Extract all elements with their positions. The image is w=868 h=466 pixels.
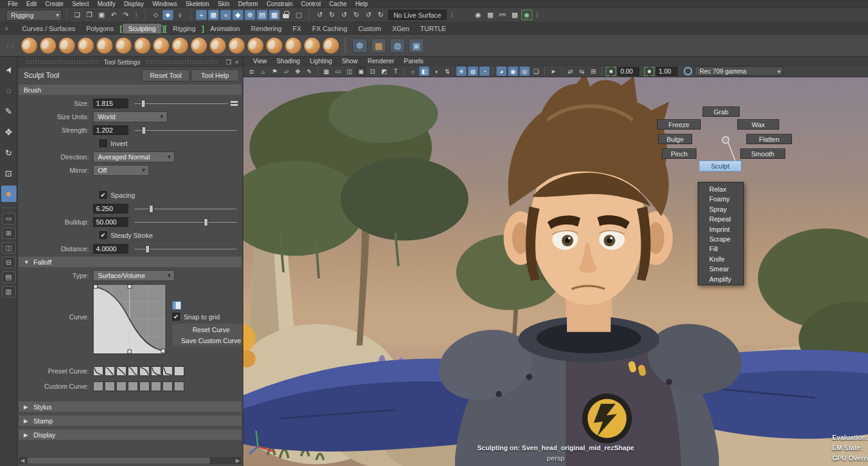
viewport-menu-item[interactable]: View xyxy=(248,57,272,64)
fill-brush-icon[interactable] xyxy=(229,38,245,54)
open-render-view-icon[interactable]: ◉ xyxy=(473,10,484,20)
brush-list-item[interactable]: Amplify xyxy=(698,274,743,284)
resolution-gate-icon[interactable]: ◫ xyxy=(344,66,355,76)
color-management-icon[interactable] xyxy=(684,67,692,75)
menu-item[interactable]: Create xyxy=(41,0,68,8)
size-input[interactable]: 1.815 xyxy=(93,99,128,108)
redo-icon[interactable]: ↷ xyxy=(120,10,131,20)
hypergraph-connections-icon[interactable]: ↻ xyxy=(375,10,386,20)
menu-item[interactable]: Windows xyxy=(148,0,181,8)
menu-item[interactable]: Skeleton xyxy=(181,0,214,8)
viewport-select-icon[interactable]: ➤ xyxy=(548,66,558,76)
curve-grid-icon[interactable] xyxy=(172,301,181,310)
menu-item[interactable]: Control xyxy=(297,0,325,8)
render-current-frame-icon[interactable]: ▦ xyxy=(485,10,496,20)
custom-curve-2[interactable] xyxy=(105,381,115,391)
horizontal-scrollbar[interactable]: ◀ ▶ xyxy=(19,457,241,464)
viewport-menu-item[interactable]: Panels xyxy=(399,57,428,64)
xray-joints-icon[interactable]: ◉ xyxy=(508,66,518,76)
distance-slider[interactable] xyxy=(134,244,237,254)
viewport-menu-item[interactable]: Renderer xyxy=(363,57,399,64)
menu-item[interactable]: Cache xyxy=(325,0,351,8)
brush-list-item[interactable]: Fill xyxy=(698,244,743,254)
marking-menu-sculpt[interactable]: Sculpt xyxy=(699,161,741,172)
safe-title-icon[interactable]: T xyxy=(391,66,401,76)
scrape-brush-icon[interactable] xyxy=(210,38,226,54)
make-live-icon[interactable]: ▩ xyxy=(269,10,280,20)
exposure-icon[interactable] xyxy=(606,67,616,76)
next-layout-icon[interactable]: ⇆ xyxy=(577,66,587,76)
shaded-display-icon[interactable]: ◧ xyxy=(419,66,429,76)
viewport-menu-item[interactable]: Lighting xyxy=(305,57,337,64)
falloff-section-header[interactable]: ▼ Falloff xyxy=(19,257,241,267)
xray-active-icon[interactable]: ◎ xyxy=(519,66,530,76)
menuset-dropdown[interactable]: Rigging xyxy=(6,10,62,21)
move-tool-icon[interactable]: ✥ xyxy=(1,123,16,140)
construction-history-icon[interactable]: ↻ xyxy=(351,10,362,20)
marking-menu-wax[interactable]: Wax xyxy=(737,119,779,130)
preset-curve-6[interactable] xyxy=(151,366,161,376)
marking-menu-flatten[interactable]: Flatten xyxy=(746,134,792,144)
highlight-selection-icon[interactable]: ▢ xyxy=(293,10,304,20)
gate-mask-icon[interactable]: ▣ xyxy=(356,66,366,76)
falloff-type-dropdown[interactable]: Surface/Volume▼ xyxy=(93,270,175,281)
scrollbar-thumb[interactable] xyxy=(27,457,210,464)
invert-checkbox[interactable] xyxy=(99,139,107,147)
menu-item[interactable]: Modify xyxy=(93,0,119,8)
save-custom-curve-button[interactable]: Save Custom Curve xyxy=(173,335,243,346)
spacing-input[interactable]: 6.250 xyxy=(93,204,128,214)
menu-item[interactable]: Deform xyxy=(234,0,262,8)
custom-curve-8[interactable] xyxy=(174,381,184,391)
undo-icon[interactable]: ↶ xyxy=(108,10,119,20)
select-tool-icon[interactable]: ➤ xyxy=(0,59,19,80)
brush-list-item[interactable]: Scrape xyxy=(698,234,743,244)
stylus-section-header[interactable]: ▶ Stylus xyxy=(19,402,241,412)
size-slider-marker-icon[interactable] xyxy=(231,100,238,106)
strength-input[interactable]: 1.202 xyxy=(93,125,128,135)
marking-menu-bulge[interactable]: Bulge xyxy=(658,134,692,144)
shelf-tab[interactable]: Rendering xyxy=(245,24,287,33)
popout-icon[interactable]: ❐ xyxy=(224,59,233,66)
smooth-brush-icon[interactable] xyxy=(40,38,56,54)
display-lighting-icon[interactable]: ☼ xyxy=(408,66,418,76)
spray-brush-icon[interactable] xyxy=(153,38,169,54)
light-toggle-icon[interactable]: ◍ xyxy=(390,38,405,53)
panel-grip[interactable] xyxy=(25,60,99,64)
falloff-curve-editor[interactable] xyxy=(93,284,166,354)
brush-list-item[interactable]: Foamy xyxy=(698,194,743,204)
image-plane-icon[interactable]: ▱ xyxy=(281,66,291,76)
isolate-select-icon[interactable]: ❏ xyxy=(531,66,541,76)
freeze-brush-icon[interactable] xyxy=(323,38,339,54)
gamma-icon[interactable] xyxy=(644,67,654,76)
paint-select-tool-icon[interactable]: ✎ xyxy=(1,103,16,119)
preset-curve-4[interactable] xyxy=(128,366,138,376)
select-hierarchy-icon[interactable]: ⬦ xyxy=(150,10,161,20)
brush-list-item[interactable]: Relax xyxy=(698,184,743,194)
foamy-brush-icon[interactable] xyxy=(134,38,150,54)
marking-menu-freeze[interactable]: Freeze xyxy=(657,119,701,130)
snap-to-grid-checkbox[interactable] xyxy=(172,313,180,321)
sculpt-tool-icon[interactable]: ● xyxy=(1,186,16,202)
preset-curve-1[interactable] xyxy=(93,366,103,376)
shelf-tab[interactable]: Custom xyxy=(353,24,387,33)
open-scene-icon[interactable]: ❐ xyxy=(84,10,95,20)
menu-item[interactable]: Edit xyxy=(22,0,41,8)
rotate-tool-icon[interactable]: ↻ xyxy=(1,144,16,161)
menu-item[interactable]: Display xyxy=(120,0,148,8)
brush-list-item[interactable]: Knife xyxy=(698,254,743,264)
snap-to-view-planes-icon[interactable]: ▤ xyxy=(257,10,268,20)
select-object-icon[interactable]: ⬥ xyxy=(162,10,173,20)
pan-zoom-icon[interactable]: ✥ xyxy=(293,66,303,76)
knife-brush-icon[interactable] xyxy=(248,38,263,54)
reset-tool-button[interactable]: Reset Tool xyxy=(142,69,190,82)
tool-help-button[interactable]: Tool Help xyxy=(191,69,239,82)
grid-icon[interactable]: ▦ xyxy=(321,66,332,76)
three-pane-layout-icon[interactable]: ▤ xyxy=(2,271,16,283)
preset-curve-2[interactable] xyxy=(105,366,115,376)
no-live-surface-field[interactable]: No Live Surface xyxy=(388,10,446,20)
shelf-menu-icon[interactable]: ≡ xyxy=(5,26,8,32)
uv-editor-icon[interactable]: ▣ xyxy=(409,38,424,53)
shelf-tab[interactable]: Curves / Surfaces xyxy=(16,24,80,33)
shelf-tab[interactable]: TURTLE xyxy=(415,24,452,33)
preset-curve-7[interactable] xyxy=(162,366,173,376)
